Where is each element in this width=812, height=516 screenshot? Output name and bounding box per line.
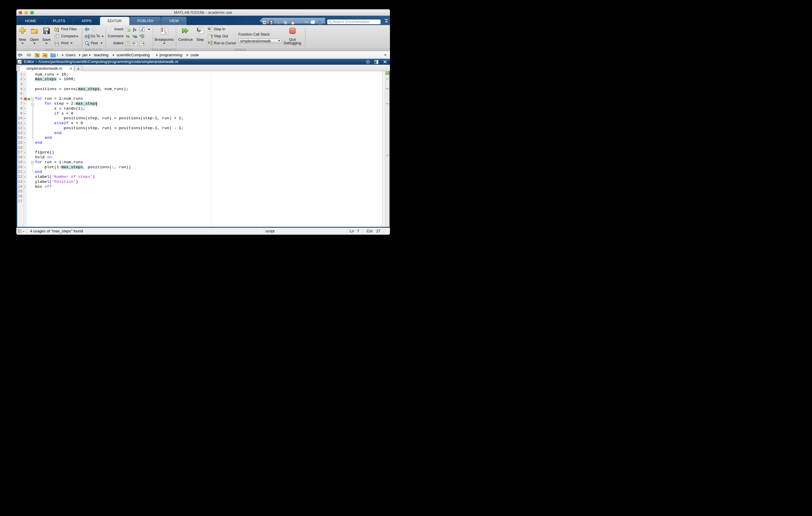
svg-text:?: ?	[319, 21, 321, 24]
svg-text:fx: fx	[133, 27, 137, 32]
svg-text:%: %	[126, 34, 129, 39]
svg-text:fi: fi	[142, 29, 143, 32]
